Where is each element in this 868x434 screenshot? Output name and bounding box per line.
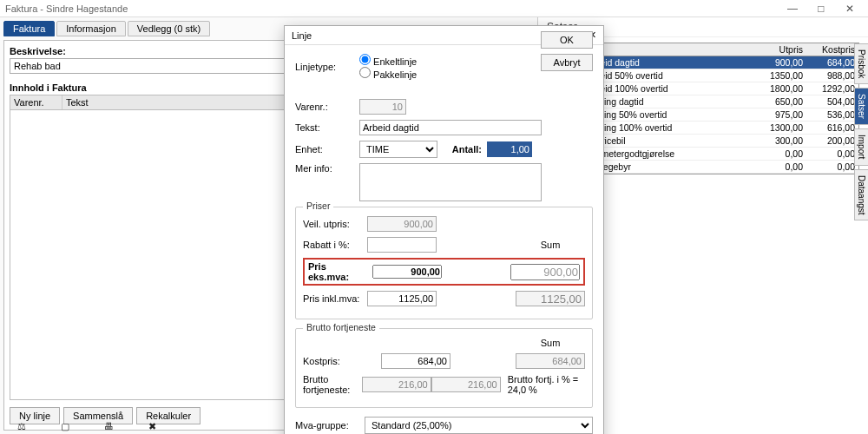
window-titlebar: Faktura - Sindre Hagestande — □ ✕ bbox=[0, 0, 868, 17]
enhet-label: Enhet: bbox=[295, 144, 359, 155]
linjetype-label: Linjetype: bbox=[295, 62, 359, 72]
box-icon[interactable]: ▢ bbox=[61, 421, 69, 432]
close-button[interactable]: ✕ bbox=[837, 3, 863, 15]
merinfo-label: Mer info: bbox=[295, 163, 359, 174]
dialog-title: Linje bbox=[292, 30, 312, 41]
tekst-input[interactable] bbox=[359, 120, 542, 135]
kostpris-input[interactable] bbox=[381, 353, 450, 369]
pris-eks-highlight: Pris eks.mva: bbox=[303, 258, 585, 286]
window-title: Faktura - Sindre Hagestande bbox=[5, 3, 128, 14]
tools-icon[interactable]: ✖ bbox=[148, 421, 156, 432]
maximize-button[interactable]: □ bbox=[808, 3, 834, 15]
radio-pakkelinje[interactable]: Pakkelinje bbox=[359, 69, 417, 80]
line-dialog: Linje ✕ OK Avbryt Linjetype: Enkeltlinje… bbox=[284, 25, 604, 434]
tab-vedlegg[interactable]: Vedlegg (0 stk) bbox=[128, 21, 210, 36]
minimize-button[interactable]: — bbox=[779, 3, 806, 15]
enhet-select[interactable]: TIME bbox=[359, 141, 437, 158]
veil-input bbox=[367, 216, 437, 232]
prisinkl-sum bbox=[516, 291, 585, 306]
antall-input[interactable] bbox=[487, 141, 532, 157]
window-controls: — □ ✕ bbox=[779, 3, 863, 15]
rabatt-input[interactable] bbox=[367, 237, 437, 253]
brutto-label: Brutto fortjeneste: bbox=[303, 374, 362, 395]
col-utpris: Utpris bbox=[754, 43, 806, 56]
dialog-body: OK Avbryt Linjetype: Enkeltlinje Pakkeli… bbox=[285, 45, 603, 434]
brutto-group: Brutto fortjeneste Sum Kostpris: Brutto … bbox=[295, 328, 593, 408]
sum-label: Sum bbox=[516, 240, 585, 250]
antall-label: Antall: bbox=[443, 144, 482, 155]
brutto-pct: Brutto fortj. i % = 24,0 % bbox=[508, 374, 585, 395]
col-sats: Sats bbox=[582, 43, 754, 56]
priseks-sum bbox=[510, 264, 580, 280]
mva-select[interactable]: Standard (25,00%) bbox=[365, 417, 593, 434]
priseks-input[interactable] bbox=[372, 265, 442, 279]
mva-label: Mva-gruppe: bbox=[295, 420, 365, 431]
side-tabs: Prisbok Satser Import Dataangst bbox=[854, 43, 868, 220]
priser-group-label: Priser bbox=[303, 201, 333, 211]
side-tab-dataangst[interactable]: Dataangst bbox=[854, 169, 868, 221]
prisinkl-input[interactable] bbox=[367, 291, 437, 306]
prisinkl-label: Pris inkl.mva: bbox=[303, 293, 367, 304]
side-tab-import[interactable]: Import bbox=[854, 128, 868, 165]
kostpris-label: Kostpris: bbox=[303, 356, 381, 366]
priser-group: Priser Veil. utpris: Rabatt i %: Sum Pri… bbox=[295, 207, 593, 319]
priseks-label: Pris eks.mva: bbox=[308, 261, 367, 282]
print-icon[interactable]: 🖶 bbox=[104, 421, 114, 432]
col-varenr: Varenr. bbox=[10, 95, 62, 109]
varenr-input bbox=[359, 99, 406, 115]
bottom-toolbar: ⚖ ▢ 🖶 ✖ bbox=[17, 421, 156, 432]
merinfo-textarea[interactable] bbox=[359, 163, 542, 201]
varenr-label: Varenr.: bbox=[295, 102, 359, 112]
rabatt-label: Rabatt i %: bbox=[303, 240, 367, 250]
tekst-label: Tekst: bbox=[295, 122, 359, 133]
veil-label: Veil. utpris: bbox=[303, 219, 367, 229]
side-tab-satser[interactable]: Satser bbox=[854, 88, 868, 125]
brutto-sum bbox=[431, 377, 501, 392]
tab-faktura[interactable]: Faktura bbox=[3, 21, 55, 36]
radio-enkeltlinje[interactable]: Enkeltlinje bbox=[359, 56, 417, 67]
col-kostpris: Kostpris bbox=[806, 43, 858, 56]
brutto-group-label: Brutto fortjeneste bbox=[303, 322, 379, 332]
side-tab-prisbok[interactable]: Prisbok bbox=[854, 43, 868, 84]
ok-button[interactable]: OK bbox=[541, 31, 593, 49]
scale-icon[interactable]: ⚖ bbox=[17, 421, 26, 432]
avbryt-button[interactable]: Avbryt bbox=[541, 54, 593, 71]
tab-informasjon[interactable]: Informasjon bbox=[56, 21, 125, 36]
sum-label-2: Sum bbox=[516, 338, 585, 348]
brutto-input bbox=[362, 377, 431, 392]
kostpris-sum bbox=[516, 353, 585, 369]
